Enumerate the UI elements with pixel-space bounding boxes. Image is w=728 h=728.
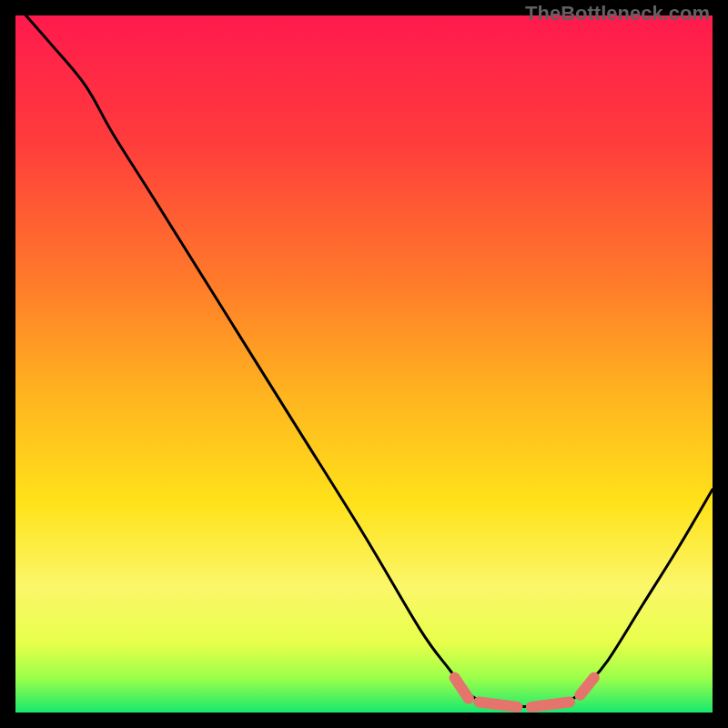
marker-segment	[479, 703, 517, 707]
gradient-background	[15, 15, 713, 713]
chart-frame	[15, 15, 713, 713]
marker-segment	[531, 703, 570, 707]
watermark-text: TheBottleneck.com	[525, 2, 710, 25]
bottleneck-chart	[15, 15, 713, 713]
